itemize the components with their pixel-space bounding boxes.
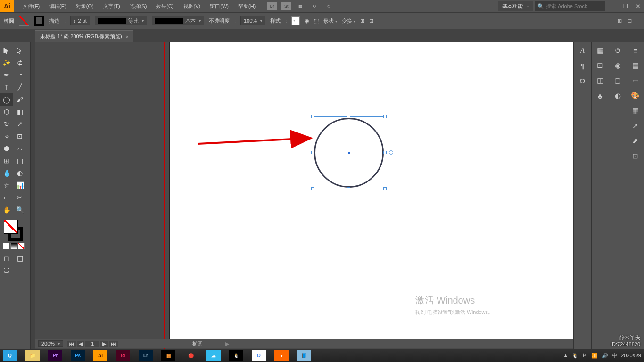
fill-stroke-control[interactable] [4,220,25,241]
character-panel-icon[interactable]: A [577,45,588,56]
close-tab-button[interactable]: × [126,34,129,40]
asset-export-panel-icon[interactable]: ⊡ [630,151,641,161]
recolor-icon[interactable]: ◉ [305,18,309,24]
taskbar-app[interactable]: Lr [139,350,153,361]
tray-sound-icon[interactable]: 🔊 [602,353,608,359]
color-mode[interactable] [3,243,9,249]
tray-network-icon[interactable]: 📶 [591,353,598,359]
taskbar-app[interactable]: 🔴 [184,350,198,361]
eraser-tool[interactable]: ◧ [13,106,26,118]
menu-item[interactable]: 文字(T) [99,0,125,12]
blend-tool[interactable]: ◐ [13,167,26,179]
lasso-tool[interactable]: ⊄ [13,57,26,69]
libraries-panel-icon[interactable]: ⊜ [612,45,623,56]
wand-tool[interactable]: ✨ [0,57,13,69]
tray-up-icon[interactable]: ▲ [563,353,568,358]
tray-date[interactable]: 2020/5/9 [621,353,641,358]
menu-item[interactable]: 选择(S) [125,0,152,12]
taskbar-app[interactable]: Pr [48,350,62,361]
arrange-icon[interactable]: ⊡ [369,18,373,24]
minimize-button[interactable]: — [607,1,619,11]
shaper-tool[interactable]: ⬡ [0,106,13,118]
taskbar-app[interactable]: O [252,350,266,361]
mesh-tool[interactable]: ⊞ [0,155,13,167]
tray-flag-icon[interactable]: 🏳 [582,353,587,358]
arrange-icon[interactable]: ▦ [296,2,305,10]
opentype-panel-icon[interactable]: O [577,75,588,86]
properties-panel-icon[interactable]: ≡ [630,45,641,56]
gpu-icon[interactable]: ↻ [310,2,319,10]
menu-item[interactable]: 视图(V) [179,0,206,12]
appearance-panel-icon[interactable]: ◉ [612,60,623,71]
menu-item[interactable]: 窗口(W) [205,0,233,12]
links-panel-icon[interactable]: ⬈ [630,136,641,146]
scale-tool[interactable]: ⤢ [13,118,26,130]
draw-mode[interactable]: ◻ [0,252,13,264]
artboard-tool[interactable]: ▭ [0,191,13,204]
taskbar-app[interactable]: Ai [93,350,107,361]
brush-tool[interactable]: 🖌 [13,93,26,106]
symbols-panel-icon[interactable]: ♣ [594,90,606,101]
zoom-tool[interactable]: 🔍 [13,204,26,216]
maximize-button[interactable]: ❐ [619,1,632,11]
taskbar-app[interactable]: 🐧 [229,350,243,361]
type-tool[interactable]: T [0,81,13,93]
draw-behind[interactable]: ◫ [13,252,26,264]
ellipse-tool[interactable]: ◯ [0,93,13,106]
color-panel-icon[interactable]: 🎨 [630,90,641,101]
isolate-icon[interactable]: ⬚ [314,18,319,24]
taskbar-app[interactable]: ● [274,350,289,361]
selection-tool[interactable] [0,44,13,57]
menu-item[interactable]: 编辑(E) [44,0,71,12]
swatches-panel-icon[interactable]: ▦ [630,106,641,116]
pen-tool[interactable]: ✒ [0,69,13,81]
tray-qq-icon[interactable]: 🐧 [572,353,578,359]
opacity-input[interactable]: 100% [240,16,265,25]
setup-icon[interactable]: ⊞ [618,18,622,24]
free-transform-tool[interactable]: ⊡ [13,130,26,142]
align-panel-icon[interactable]: ▦ [594,45,606,56]
cloud-icon[interactable]: ⟲ [324,2,333,10]
shape-button[interactable]: 形状 [323,17,337,25]
hand-tool[interactable]: ✋ [0,204,13,216]
workspace-selector[interactable]: 基本功能 [498,1,533,11]
stroke-swatch[interactable] [34,16,44,26]
taskbar-app[interactable]: Id [116,350,130,361]
paragraph-panel-icon[interactable]: ¶ [577,60,588,71]
width-tool[interactable]: ⟡ [0,130,13,142]
prefs-icon[interactable]: ⊟ [627,18,632,24]
nav-next[interactable]: ▶ [100,341,108,347]
artboard[interactable] [170,42,573,346]
none-mode[interactable] [18,243,25,249]
zoom-level[interactable]: 200% [38,340,63,347]
taskbar-app[interactable]: Ps [71,350,85,361]
nav-page[interactable]: 1 [85,341,99,347]
perspective-tool[interactable]: ▱ [13,142,26,155]
stroke-profile[interactable]: 等比 [95,16,147,25]
gradient-mode[interactable] [10,243,17,249]
pathfinder-panel-icon[interactable]: ◫ [594,75,606,86]
tray-ime-icon[interactable]: 中 [612,352,617,359]
gradient-tool[interactable]: ▤ [13,155,26,167]
align-icon[interactable]: ⊞ [360,18,364,24]
nav-prev[interactable]: ◀ [77,341,84,347]
transform-panel-icon[interactable]: ⊡ [594,60,606,71]
eyedropper-tool[interactable]: 💧 [0,167,13,179]
menu-item[interactable]: 对象(O) [71,0,99,12]
nav-last[interactable]: ⏭ [109,341,118,347]
stroke-weight-input[interactable]: ↕ 2 pt [70,16,90,25]
artboards-panel-icon[interactable]: ▭ [630,75,641,86]
nav-first[interactable]: ⏮ [67,341,76,347]
transform-button[interactable]: 变换 [342,17,355,25]
screen-mode[interactable]: 🖵 [0,264,13,277]
graph-tool[interactable]: 📊 [13,179,26,191]
brush-type[interactable]: 基本 [152,16,204,25]
search-input[interactable]: 🔍 搜索 Adobe Stock [535,1,605,11]
menu-item[interactable]: 文件(F) [18,0,44,12]
stock-icon[interactable]: St [281,2,291,10]
menu-icon[interactable]: ≡ [637,18,640,24]
canvas[interactable]: 激活 Windows 转到"电脑设置"以激活 Windows。 [31,42,573,349]
curvature-tool[interactable]: 〰 [13,69,26,81]
document-tab[interactable]: 未标题-1* @ 200% (RGB/像素预览) × [35,30,133,42]
taskbar-app[interactable]: ▦ [161,350,175,361]
